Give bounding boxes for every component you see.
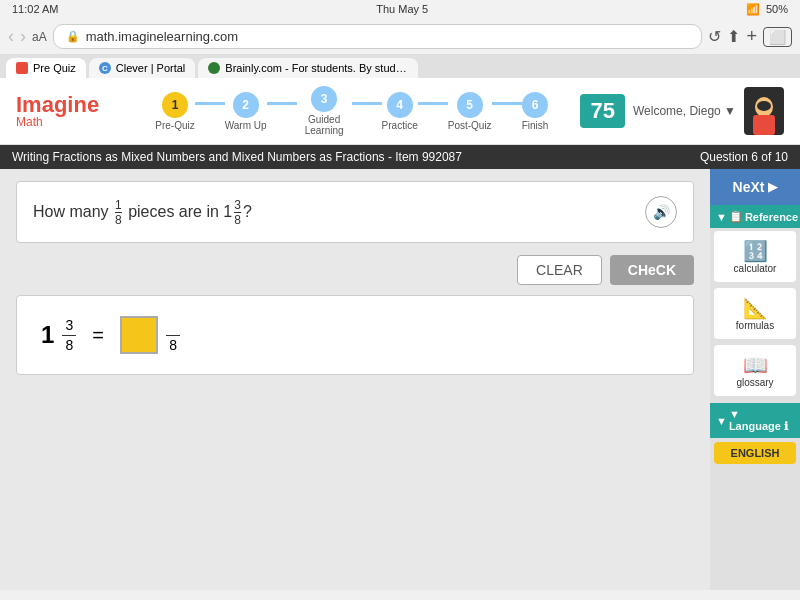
step-3-circle: 3 (311, 86, 337, 112)
ref-list-icon: 📋 (729, 210, 743, 223)
answer-area: 1 3 8 = 8 (16, 295, 694, 375)
formulas-icon: 📐 (743, 296, 768, 320)
back-button[interactable]: ‹ (8, 26, 14, 47)
step-line-2 (267, 102, 297, 105)
avatar (744, 87, 784, 135)
imagine-logo: Imagine Math (16, 94, 99, 128)
step-line-5 (492, 102, 522, 105)
lang-chevron-icon: ▼ (716, 415, 727, 427)
reference-section: ▼ 📋 Reference (710, 205, 800, 228)
tab-brainly[interactable]: Brainly.com - For students. By students. (198, 58, 418, 78)
forward-button[interactable]: › (20, 26, 26, 47)
reader-button[interactable]: aA (32, 30, 47, 44)
url-bar[interactable]: 🔒 math.imaginelearning.com (53, 24, 703, 49)
tabs-button[interactable]: ⬜ (763, 27, 792, 47)
question-text: How many 18 pieces are in 138? (33, 198, 252, 227)
calculator-label: calculator (734, 263, 777, 274)
inline-mixed: 38 (234, 198, 241, 227)
clear-button[interactable]: CLEAR (517, 255, 602, 285)
action-buttons: CLEAR CHeCK (16, 255, 694, 285)
status-day: Thu May 5 (376, 3, 428, 16)
step-1-circle: 1 (162, 92, 188, 118)
question-suffix: ? (243, 202, 252, 219)
url-text: math.imaginelearning.com (86, 29, 238, 44)
next-arrow-icon: ▶ (768, 180, 777, 194)
share-button[interactable]: ⬆ (727, 27, 740, 46)
glossary-icon: 📖 (743, 353, 768, 377)
logo-math: Math (16, 116, 99, 128)
answer-whole: 1 (41, 321, 54, 349)
answer-den-value: 8 (169, 337, 177, 354)
svg-point-2 (757, 101, 771, 111)
next-label: NeXt (733, 179, 765, 195)
answer-frac-num: 3 (65, 317, 73, 334)
lock-icon: 🔒 (66, 30, 80, 43)
formulas-item[interactable]: 📐 formulas (714, 288, 796, 339)
step-line-4 (418, 102, 448, 105)
step-5[interactable]: 5 Post-Quiz (448, 92, 492, 131)
glossary-label: glossary (736, 377, 773, 388)
tab-clever-label: Clever | Portal (116, 62, 186, 74)
answer-fraction: 3 8 (62, 317, 76, 354)
frac-line (62, 335, 76, 336)
app-header: Imagine Math 1 Pre-Quiz 2 Warm Up 3 Guid… (0, 78, 800, 145)
status-time: 11:02 AM (12, 3, 58, 16)
step-line-3 (352, 102, 382, 105)
lang-label: ▼ Language ℹ (729, 408, 794, 433)
brainly-favicon (208, 62, 220, 74)
glossary-item[interactable]: 📖 glossary (714, 345, 796, 396)
add-tab-button[interactable]: + (746, 26, 757, 47)
main-content: How many 18 pieces are in 138? 🔊 CLEAR C… (0, 169, 710, 590)
question-mid: pieces are in 1 (124, 202, 233, 219)
question-box: How many 18 pieces are in 138? 🔊 (16, 181, 694, 243)
answer-input-box[interactable] (120, 316, 158, 354)
reload-button[interactable]: ↺ (708, 27, 721, 46)
check-button[interactable]: CHeCK (610, 255, 694, 285)
tab-prequiz[interactable]: Pre Quiz (6, 58, 86, 78)
step-6-label: Finish (522, 120, 549, 131)
status-indicators: 📶 50% (746, 3, 788, 16)
item-title: Writing Fractions as Mixed Numbers and M… (12, 150, 462, 164)
item-bar: Writing Fractions as Mixed Numbers and M… (0, 145, 800, 169)
welcome-text: Welcome, Diego ▼ (633, 104, 736, 118)
sound-button[interactable]: 🔊 (645, 196, 677, 228)
reference-header[interactable]: ▼ 📋 Reference (716, 210, 794, 223)
english-button[interactable]: ENGLISH (714, 442, 796, 464)
step-3-label: Guided Learning (297, 114, 352, 136)
progress-steps: 1 Pre-Quiz 2 Warm Up 3 Guided Learning 4… (123, 86, 580, 136)
ref-chevron-icon: ▼ (716, 211, 727, 223)
equals-sign: = (92, 324, 104, 347)
step-line-1 (195, 102, 225, 105)
step-1-label: Pre-Quiz (155, 120, 194, 131)
question-prefix: How many (33, 202, 113, 219)
step-5-circle: 5 (457, 92, 483, 118)
content-area: How many 18 pieces are in 138? 🔊 CLEAR C… (0, 169, 800, 590)
step-3[interactable]: 3 Guided Learning (297, 86, 352, 136)
battery-icon: 50% (766, 3, 788, 16)
step-6-circle: 6 (522, 92, 548, 118)
step-5-label: Post-Quiz (448, 120, 492, 131)
frac-line-2 (166, 335, 180, 336)
language-header[interactable]: ▼ ▼ Language ℹ (716, 408, 794, 433)
step-6[interactable]: 6 Finish (522, 92, 549, 131)
step-4-label: Practice (382, 120, 418, 131)
calculator-item[interactable]: 🔢 calculator (714, 231, 796, 282)
calculator-icon: 🔢 (743, 239, 768, 263)
next-button[interactable]: NeXt ▶ (710, 169, 800, 205)
tab-prequiz-label: Pre Quiz (33, 62, 76, 74)
inline-fraction: 18 (115, 198, 122, 227)
answer-frac-den: 8 (65, 337, 73, 354)
clever-favicon: C (99, 62, 111, 74)
tab-brainly-label: Brainly.com - For students. By students. (225, 62, 408, 74)
wifi-icon: 📶 (746, 3, 760, 16)
app-container: Imagine Math 1 Pre-Quiz 2 Warm Up 3 Guid… (0, 78, 800, 590)
step-1[interactable]: 1 Pre-Quiz (155, 92, 194, 131)
user-info: 75 Welcome, Diego ▼ (580, 87, 784, 135)
question-info: Question 6 of 10 (700, 150, 788, 164)
dropdown-icon[interactable]: ▼ (724, 104, 736, 118)
step-2[interactable]: 2 Warm Up (225, 92, 267, 131)
score-badge: 75 (580, 94, 624, 128)
tab-clever[interactable]: C Clever | Portal (89, 58, 196, 78)
step-4[interactable]: 4 Practice (382, 92, 418, 131)
step-4-circle: 4 (387, 92, 413, 118)
